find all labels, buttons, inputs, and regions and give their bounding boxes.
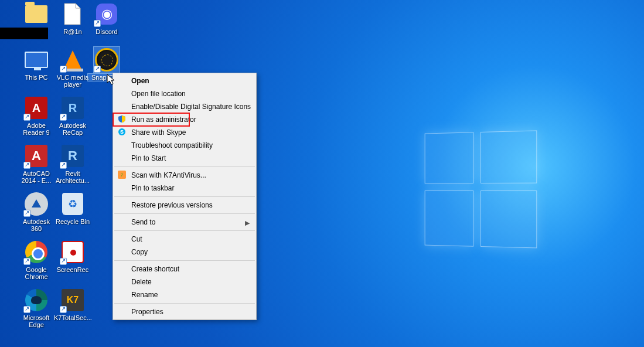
shortcut-arrow-icon xyxy=(23,306,30,313)
context-menu: OpenOpen file locationEnable/Disable Dig… xyxy=(113,73,257,320)
context-menu-item-label: Properties xyxy=(131,308,163,316)
desktop-icon-discord[interactable]: ◉Discord xyxy=(88,1,125,35)
recycle-icon xyxy=(60,191,86,217)
discord-icon: ◉ xyxy=(94,1,120,27)
desktop-icon-autocad[interactable]: AAutoCAD 2014 - E... xyxy=(18,143,55,184)
desktop-icon-this-pc[interactable]: This PC xyxy=(18,47,55,81)
context-menu-separator xyxy=(114,230,255,231)
desktop-icon-label: K7TotalSec... xyxy=(54,314,91,321)
a360-icon xyxy=(23,191,49,217)
skype-icon: S xyxy=(117,127,127,137)
context-menu-item[interactable]: Copy xyxy=(114,246,255,258)
context-menu-item[interactable]: Delete xyxy=(114,275,255,288)
desktop-icon-k7[interactable]: K7K7TotalSec... xyxy=(54,287,91,321)
file-icon xyxy=(60,1,86,27)
context-menu-item-label: Pin to Start xyxy=(131,154,166,162)
shortcut-arrow-icon xyxy=(60,306,67,313)
desktop-icon-adobe-reader[interactable]: AAdobe Reader 9 xyxy=(18,95,55,136)
folder-icon xyxy=(23,1,49,27)
desktop-icon-google-chrome[interactable]: Google Chrome xyxy=(18,239,55,280)
desktop-icon-microsoft-edge[interactable]: Microsoft Edge xyxy=(18,287,55,328)
context-menu-item-label: Open file location xyxy=(131,90,186,98)
context-menu-item-label: Open xyxy=(131,77,149,85)
srec-icon xyxy=(60,239,86,265)
shortcut-arrow-icon xyxy=(94,20,101,27)
chrome-icon xyxy=(23,239,49,265)
edge-icon xyxy=(23,287,49,313)
context-menu-item-label: Cut xyxy=(131,235,142,243)
context-menu-item[interactable]: Properties xyxy=(114,305,255,318)
context-menu-item[interactable]: Rename xyxy=(114,288,255,301)
shortcut-arrow-icon xyxy=(23,258,30,265)
desktop-icon-screenrec[interactable]: ScreenRec xyxy=(54,239,91,273)
context-menu-item[interactable]: Cut xyxy=(114,233,255,246)
shortcut-arrow-icon xyxy=(60,114,67,121)
svg-text:S: S xyxy=(120,129,124,135)
context-menu-item[interactable]: Open file location xyxy=(114,87,255,100)
svg-text:7: 7 xyxy=(121,172,124,178)
adobe-icon: A xyxy=(23,95,49,121)
acad-icon: A xyxy=(23,143,49,169)
context-menu-item-label: Delete xyxy=(131,278,152,286)
context-menu-separator xyxy=(114,213,255,214)
desktop-icon-r01n[interactable]: R@1n xyxy=(54,1,91,35)
context-menu-item[interactable]: Open xyxy=(114,74,255,87)
context-menu-separator xyxy=(114,166,255,167)
context-menu-item-label: Run as administrator xyxy=(131,115,196,124)
shortcut-arrow-icon xyxy=(23,210,30,217)
context-menu-item-label: Create shortcut xyxy=(131,265,179,273)
desktop-icon-vlc[interactable]: VLC media player xyxy=(54,47,91,88)
k7-antivirus-icon: 7 xyxy=(117,170,127,179)
context-menu-item-label: Pin to taskbar xyxy=(131,184,174,192)
windows-desktop[interactable]: R@1n◉DiscordThis PCVLC media playerSnap … xyxy=(0,0,644,347)
redaction-box xyxy=(0,28,48,39)
desktop-icon-autodesk-360[interactable]: Autodesk 360 xyxy=(18,191,55,232)
uac-shield-icon xyxy=(117,114,127,124)
desktop-icon-label: Adobe Reader 9 xyxy=(18,122,55,136)
desktop-icon-revit[interactable]: RRevit Architectu... xyxy=(54,143,91,184)
context-menu-item[interactable]: Pin to Start xyxy=(114,152,255,165)
context-menu-item-label: Copy xyxy=(131,248,148,256)
snap-icon xyxy=(94,47,120,73)
monitor-icon xyxy=(23,47,49,73)
shortcut-arrow-icon xyxy=(60,66,67,73)
vlc-icon xyxy=(60,47,86,73)
context-menu-item[interactable]: Run as administrator xyxy=(114,113,255,126)
desktop-icon-label: Autodesk ReCap xyxy=(54,122,91,136)
context-menu-item[interactable]: Send to▶ xyxy=(114,216,255,229)
context-menu-separator xyxy=(114,260,255,261)
context-menu-item[interactable]: Pin to taskbar xyxy=(114,182,255,195)
context-menu-item-label: Troubleshoot compatibility xyxy=(131,141,213,149)
desktop-icon-label: VLC media player xyxy=(54,74,91,88)
shortcut-arrow-icon xyxy=(60,258,67,265)
revit-icon: R xyxy=(60,143,86,169)
desktop-icon-label: Google Chrome xyxy=(18,266,55,280)
context-menu-separator xyxy=(114,196,255,197)
context-menu-item[interactable]: SShare with Skype xyxy=(114,126,255,139)
desktop-icon-recycle-bin[interactable]: Recycle Bin xyxy=(54,191,91,225)
context-menu-item[interactable]: Create shortcut xyxy=(114,263,255,275)
desktop-icon-label: Recycle Bin xyxy=(54,218,91,225)
desktop-icon-label: Revit Architectu... xyxy=(54,170,91,184)
context-menu-item-label: Send to xyxy=(131,218,155,226)
context-menu-separator xyxy=(114,303,255,304)
chevron-right-icon: ▶ xyxy=(245,219,250,227)
context-menu-item-label: Rename xyxy=(131,291,158,299)
recap-icon: R xyxy=(60,95,86,121)
shortcut-arrow-icon xyxy=(60,162,67,169)
shortcut-arrow-icon xyxy=(94,66,101,73)
context-menu-item[interactable]: Enable/Disable Digital Signature Icons xyxy=(114,100,255,113)
context-menu-item[interactable]: 7Scan with K7AntiVirus... xyxy=(114,169,255,182)
context-menu-item-label: Scan with K7AntiVirus... xyxy=(131,171,206,179)
desktop-icon-label: This PC xyxy=(18,74,55,81)
k7-icon: K7 xyxy=(60,287,86,313)
desktop-icon-autodesk-recap[interactable]: RAutodesk ReCap xyxy=(54,95,91,136)
desktop-icon-label: AutoCAD 2014 - E... xyxy=(18,170,55,184)
desktop-icon-folder-untitled[interactable] xyxy=(18,1,55,28)
desktop-icon-label: R@1n xyxy=(54,28,91,35)
context-menu-item[interactable]: Troubleshoot compatibility xyxy=(114,139,255,152)
shortcut-arrow-icon xyxy=(23,114,30,121)
context-menu-item-label: Enable/Disable Digital Signature Icons xyxy=(131,103,251,111)
windows-logo-wallpaper xyxy=(425,130,540,250)
context-menu-item[interactable]: Restore previous versions xyxy=(114,199,255,212)
